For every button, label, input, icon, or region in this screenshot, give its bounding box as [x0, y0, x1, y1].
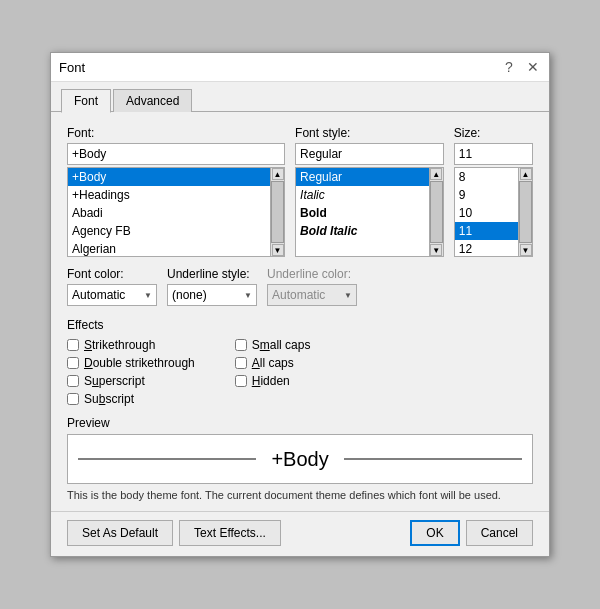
style-list-item-2[interactable]: Bold	[296, 204, 429, 222]
tab-font[interactable]: Font	[61, 89, 111, 113]
style-listbox[interactable]: Regular Italic Bold Bold Italic	[295, 167, 430, 257]
text-effects-button[interactable]: Text Effects...	[179, 520, 281, 546]
style-listbox-container: Regular Italic Bold Bold Italic ▲ ▼	[295, 167, 444, 257]
set-default-button[interactable]: Set As Default	[67, 520, 173, 546]
tab-advanced[interactable]: Advanced	[113, 89, 192, 112]
effects-section: Effects Strikethrough Double strikethrou…	[67, 318, 533, 406]
strikethrough-label: Strikethrough	[84, 338, 155, 352]
cancel-button[interactable]: Cancel	[466, 520, 533, 546]
double-strikethrough-checkbox[interactable]	[67, 357, 79, 369]
preview-section: Preview +Body This is the body theme fon…	[67, 416, 533, 501]
style-list-item-1[interactable]: Italic	[296, 186, 429, 204]
font-field-group: Font: +Body +Body +Headings Abadi Agency…	[67, 126, 285, 257]
underline-style-select[interactable]: (none) ▼	[167, 284, 257, 306]
effects-col-2: Small caps All caps Hidden	[235, 338, 311, 406]
superscript-checkbox[interactable]	[67, 375, 79, 387]
effects-col-1: Strikethrough Double strikethrough Super…	[67, 338, 195, 406]
title-bar: Font ? ✕	[51, 53, 549, 82]
ok-button[interactable]: OK	[410, 520, 459, 546]
style-list-item-0[interactable]: Regular	[296, 168, 429, 186]
font-color-label: Font color:	[67, 267, 157, 281]
size-listbox[interactable]: 8 9 10 11 12	[454, 167, 519, 257]
size-scrollbar[interactable]: ▲ ▼	[519, 167, 533, 257]
preview-box: +Body	[67, 434, 533, 484]
font-listbox[interactable]: +Body +Headings Abadi Agency FB Algerian	[67, 167, 271, 257]
font-label: Font:	[67, 126, 285, 140]
size-label: Size:	[454, 126, 533, 140]
size-scroll-thumb[interactable]	[519, 181, 532, 243]
font-color-group: Font color: Automatic ▼	[67, 267, 157, 306]
underline-color-group: Underline color: Automatic ▼	[267, 267, 357, 306]
hidden-label: Hidden	[252, 374, 290, 388]
size-scroll-up[interactable]: ▲	[520, 168, 532, 180]
preview-description: This is the body theme font. The current…	[67, 489, 533, 501]
footer: Set As Default Text Effects... OK Cancel	[51, 511, 549, 556]
subscript-row: Subscript	[67, 392, 195, 406]
font-dialog: Font ? ✕ groovyPost.com Font Advanced Fo…	[50, 52, 550, 557]
style-scroll-thumb[interactable]	[430, 181, 443, 243]
font-color-select[interactable]: Automatic ▼	[67, 284, 157, 306]
preview-label: Preview	[67, 416, 533, 430]
font-list-item-4[interactable]: Algerian	[68, 240, 270, 257]
underline-color-arrow-icon: ▼	[344, 291, 352, 300]
small-caps-row: Small caps	[235, 338, 311, 352]
font-list-item-0[interactable]: +Body	[68, 168, 270, 186]
preview-line-right	[344, 459, 522, 460]
style-scrollbar[interactable]: ▲ ▼	[430, 167, 444, 257]
all-caps-label: All caps	[252, 356, 294, 370]
underline-row: Font color: Automatic ▼ Underline style:…	[67, 267, 533, 306]
tab-bar: Font Advanced	[51, 82, 549, 112]
preview-text: +Body	[256, 448, 343, 471]
font-style-size-row: Font: +Body +Body +Headings Abadi Agency…	[67, 126, 533, 257]
footer-right-buttons: OK Cancel	[410, 520, 533, 546]
style-current-value[interactable]: Regular	[295, 143, 444, 165]
all-caps-row: All caps	[235, 356, 311, 370]
subscript-label: Subscript	[84, 392, 134, 406]
font-listbox-container: +Body +Headings Abadi Agency FB Algerian…	[67, 167, 285, 257]
superscript-label: Superscript	[84, 374, 145, 388]
hidden-checkbox[interactable]	[235, 375, 247, 387]
font-list-item-3[interactable]: Agency FB	[68, 222, 270, 240]
dialog-title: Font	[59, 60, 85, 75]
size-current-value[interactable]: 11	[454, 143, 533, 165]
close-button[interactable]: ✕	[525, 59, 541, 75]
underline-color-select: Automatic ▼	[267, 284, 357, 306]
all-caps-checkbox[interactable]	[235, 357, 247, 369]
font-color-arrow-icon: ▼	[144, 291, 152, 300]
font-scroll-thumb[interactable]	[271, 181, 284, 243]
size-list-item-0[interactable]: 8	[455, 168, 518, 186]
preview-line-left	[78, 459, 256, 460]
style-list-item-3[interactable]: Bold Italic	[296, 222, 429, 240]
size-list-item-3[interactable]: 11	[455, 222, 518, 240]
superscript-row: Superscript	[67, 374, 195, 388]
double-strikethrough-label: Double strikethrough	[84, 356, 195, 370]
font-list-item-2[interactable]: Abadi	[68, 204, 270, 222]
underline-style-group: Underline style: (none) ▼	[167, 267, 257, 306]
small-caps-label: Small caps	[252, 338, 311, 352]
font-current-value[interactable]: +Body	[67, 143, 285, 165]
small-caps-checkbox[interactable]	[235, 339, 247, 351]
font-scroll-down[interactable]: ▼	[272, 244, 284, 256]
underline-style-arrow-icon: ▼	[244, 291, 252, 300]
size-list-item-1[interactable]: 9	[455, 186, 518, 204]
subscript-checkbox[interactable]	[67, 393, 79, 405]
size-list-item-4[interactable]: 12	[455, 240, 518, 257]
hidden-row: Hidden	[235, 374, 311, 388]
effects-columns: Strikethrough Double strikethrough Super…	[67, 338, 533, 406]
font-scroll-up[interactable]: ▲	[272, 168, 284, 180]
tab-content: Font: +Body +Body +Headings Abadi Agency…	[51, 112, 549, 511]
strikethrough-checkbox[interactable]	[67, 339, 79, 351]
help-button[interactable]: ?	[501, 59, 517, 75]
size-scroll-down[interactable]: ▼	[520, 244, 532, 256]
footer-left-buttons: Set As Default Text Effects...	[67, 520, 281, 546]
style-scroll-down[interactable]: ▼	[430, 244, 442, 256]
size-field-group: Size: 11 8 9 10 11 12 ▲ ▼	[454, 126, 533, 257]
style-scroll-up[interactable]: ▲	[430, 168, 442, 180]
style-label: Font style:	[295, 126, 444, 140]
font-list-item-1[interactable]: +Headings	[68, 186, 270, 204]
strikethrough-row: Strikethrough	[67, 338, 195, 352]
font-scrollbar[interactable]: ▲ ▼	[271, 167, 285, 257]
size-list-item-2[interactable]: 10	[455, 204, 518, 222]
size-listbox-container: 8 9 10 11 12 ▲ ▼	[454, 167, 533, 257]
double-strikethrough-row: Double strikethrough	[67, 356, 195, 370]
